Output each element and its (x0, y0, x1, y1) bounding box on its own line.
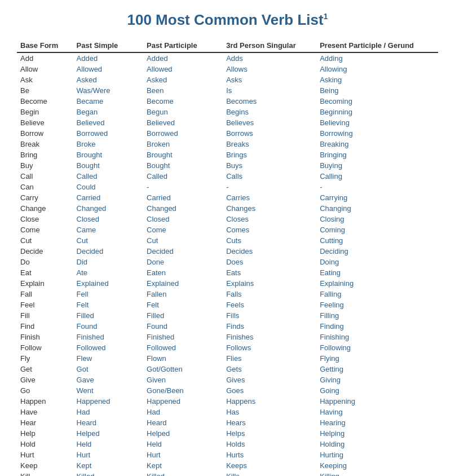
cell-r31-c0: Go (17, 385, 73, 396)
table-row: DecideDecidedDecidedDecidesDeciding (17, 246, 438, 257)
cell-r29-c3: Gets (223, 364, 316, 374)
cell-r16-c0: Come (17, 224, 73, 235)
cell-r26-c2: Finished (143, 332, 223, 342)
cell-r25-c2: Found (143, 321, 223, 332)
cell-r13-c1: Carried (73, 192, 144, 203)
cell-r34-c2: Heard (143, 417, 223, 428)
cell-r27-c1: Followed (73, 342, 144, 353)
table-row: BecomeBecameBecomeBecomesBecoming (17, 96, 438, 107)
table-row: CloseClosedClosedClosesClosing (17, 214, 438, 224)
cell-r21-c4: Explaining (316, 278, 438, 289)
cell-r22-c2: Fallen (143, 289, 223, 299)
cell-r17-c1: Cut (73, 235, 144, 246)
cell-r33-c1: Had (73, 407, 144, 417)
cell-r9-c2: Brought (143, 149, 223, 160)
cell-r1-c4: Allowing (316, 64, 438, 74)
cell-r0-c1: Added (73, 52, 144, 64)
cell-r11-c0: Call (17, 171, 73, 182)
table-row: AllowAllowedAllowedAllowsAllowing (17, 64, 438, 74)
cell-r29-c4: Getting (316, 364, 438, 374)
cell-r5-c0: Begin (17, 107, 73, 117)
table-row: FillFilledFilledFillsFilling (17, 310, 438, 321)
cell-r8-c4: Breaking (316, 139, 438, 149)
cell-r10-c0: Buy (17, 160, 73, 171)
cell-r35-c4: Helping (316, 428, 438, 439)
cell-r1-c3: Allows (223, 64, 316, 74)
cell-r15-c4: Closing (316, 214, 438, 224)
table-row: ComeCameComeComesComing (17, 224, 438, 235)
cell-r6-c4: Believing (316, 117, 438, 128)
cell-r0-c2: Added (143, 52, 223, 64)
cell-r3-c3: Is (223, 85, 316, 96)
cell-r4-c4: Becoming (316, 96, 438, 107)
cell-r17-c2: Cut (143, 235, 223, 246)
cell-r36-c0: Hold (17, 439, 73, 449)
table-row: CallCalledCalledCallsCalling (17, 171, 438, 182)
cell-r14-c3: Changes (223, 203, 316, 214)
table-row: BringBroughtBroughtBringsBringing (17, 149, 438, 160)
cell-r30-c4: Giving (316, 374, 438, 385)
cell-r18-c4: Deciding (316, 246, 438, 257)
table-row: GetGotGot/GottenGetsGetting (17, 364, 438, 374)
table-row: KeepKeptKeptKeepsKeeping (17, 460, 438, 471)
column-header-present-participle---gerund: Present Participle / Gerund (316, 39, 438, 52)
table-row: CutCutCutCutsCutting (17, 235, 438, 246)
cell-r38-c1: Kept (73, 460, 144, 471)
cell-r8-c0: Break (17, 139, 73, 149)
column-header-3rd-person-singular: 3rd Person Singular (223, 39, 316, 52)
cell-r39-c2: Killed (143, 471, 223, 476)
cell-r27-c4: Following (316, 342, 438, 353)
cell-r33-c3: Has (223, 407, 316, 417)
cell-r19-c2: Done (143, 257, 223, 267)
cell-r22-c0: Fall (17, 289, 73, 299)
cell-r20-c3: Eats (223, 267, 316, 278)
cell-r31-c3: Goes (223, 385, 316, 396)
cell-r3-c0: Be (17, 85, 73, 96)
cell-r12-c3: - (223, 182, 316, 192)
cell-r25-c4: Finding (316, 321, 438, 332)
cell-r33-c0: Have (17, 407, 73, 417)
cell-r34-c1: Heard (73, 417, 144, 428)
cell-r35-c1: Helped (73, 428, 144, 439)
cell-r19-c1: Did (73, 257, 144, 267)
cell-r32-c1: Happened (73, 396, 144, 407)
table-row: DoDidDoneDoesDoing (17, 257, 438, 267)
cell-r23-c0: Feel (17, 299, 73, 310)
cell-r17-c0: Cut (17, 235, 73, 246)
cell-r23-c3: Feels (223, 299, 316, 310)
table-row: GoWentGone/BeenGoesGoing (17, 385, 438, 396)
cell-r12-c2: - (143, 182, 223, 192)
cell-r37-c4: Hurting (316, 449, 438, 460)
cell-r16-c4: Coming (316, 224, 438, 235)
cell-r8-c3: Breaks (223, 139, 316, 149)
cell-r22-c1: Fell (73, 289, 144, 299)
cell-r35-c0: Help (17, 428, 73, 439)
cell-r37-c3: Hurts (223, 449, 316, 460)
cell-r31-c4: Going (316, 385, 438, 396)
column-header-base-form: Base Form (17, 39, 73, 52)
cell-r33-c2: Had (143, 407, 223, 417)
cell-r1-c1: Allowed (73, 64, 144, 74)
table-row: BuyBoughtBoughtBuysBuying (17, 160, 438, 171)
cell-r14-c1: Changed (73, 203, 144, 214)
cell-r3-c1: Was/Were (73, 85, 144, 96)
cell-r13-c0: Carry (17, 192, 73, 203)
cell-r31-c2: Gone/Been (143, 385, 223, 396)
cell-r7-c4: Borrowing (316, 128, 438, 139)
cell-r11-c3: Calls (223, 171, 316, 182)
cell-r39-c4: Killing (316, 471, 438, 476)
table-row: FallFellFallenFallsFalling (17, 289, 438, 299)
cell-r37-c0: Hurt (17, 449, 73, 460)
cell-r7-c1: Borrowed (73, 128, 144, 139)
cell-r14-c0: Change (17, 203, 73, 214)
cell-r24-c4: Filling (316, 310, 438, 321)
cell-r5-c1: Began (73, 107, 144, 117)
column-header-past-simple: Past Simple (73, 39, 144, 52)
cell-r24-c0: Fill (17, 310, 73, 321)
column-header-past-participle: Past Participle (143, 39, 223, 52)
cell-r2-c1: Asked (73, 74, 144, 85)
cell-r2-c0: Ask (17, 74, 73, 85)
cell-r6-c1: Believed (73, 117, 144, 128)
cell-r30-c1: Gave (73, 374, 144, 385)
table-row: BeginBeganBegunBeginsBeginning (17, 107, 438, 117)
